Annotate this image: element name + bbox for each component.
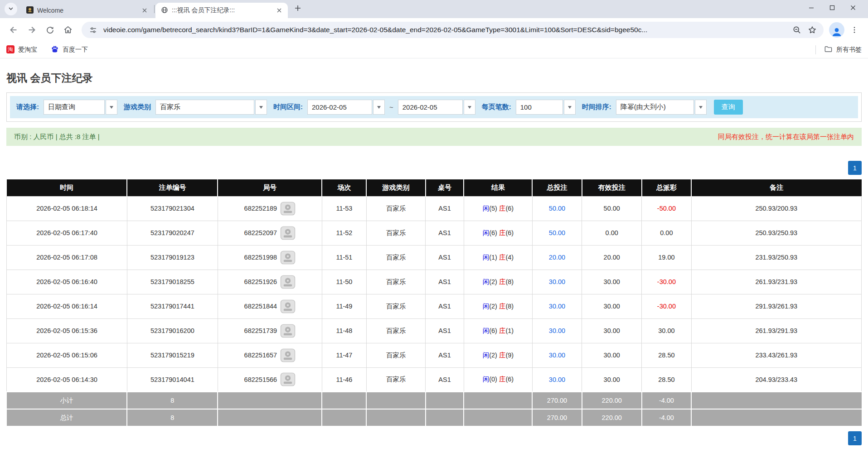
column-header: 时间 <box>7 179 127 196</box>
video-replay-button[interactable] <box>280 299 296 313</box>
bookmarks-divider <box>815 45 816 54</box>
video-replay-button[interactable] <box>280 251 296 265</box>
all-bookmarks-button[interactable]: 所有书签 <box>815 45 862 55</box>
cell-session: 11-50 <box>322 270 366 294</box>
bookmark-taobao[interactable]: 淘 爱淘宝 <box>6 45 37 55</box>
cell-game-kind: 百家乐 <box>366 270 425 294</box>
profile-avatar[interactable] <box>829 22 844 38</box>
window-maximize-button[interactable] <box>822 0 843 15</box>
cell-remark: 250.93/250.93 <box>691 221 861 245</box>
tab-close-icon[interactable] <box>141 6 149 14</box>
summary-empty <box>691 409 861 426</box>
round-number: 682252097 <box>244 229 277 236</box>
summary-count: 8 <box>127 392 218 409</box>
forward-button[interactable] <box>24 22 40 38</box>
cell-bet-id: 523179021304 <box>127 196 218 221</box>
game-kind-select[interactable]: 百家乐 <box>155 100 267 115</box>
cell-total-bet: 50.00 <box>532 221 582 245</box>
column-header: 桌号 <box>426 179 464 196</box>
summary-count: 8 <box>127 409 218 426</box>
video-replay-button[interactable] <box>280 226 296 240</box>
cell-round: 682251926 <box>218 270 322 294</box>
result-count: (0) <box>489 376 499 383</box>
cell-table-no: AS1 <box>426 294 464 318</box>
tab-close-icon[interactable] <box>275 6 283 14</box>
cell-remark: 291.93/261.93 <box>691 294 861 318</box>
video-replay-button[interactable] <box>280 275 296 289</box>
cell-session: 11-53 <box>322 196 366 221</box>
cell-remark: 261.93/231.93 <box>691 270 861 294</box>
result-player: 闲 <box>483 352 490 359</box>
cell-valid-bet: 30.00 <box>582 294 642 318</box>
video-replay-button[interactable] <box>280 372 296 386</box>
table-header-row: 时间注单编号局号场次游戏类别桌号结果总投注有效投注总派彩备注 <box>7 179 862 196</box>
table-row: 2026-02-05 06:14:30523179014041682251566… <box>7 367 862 392</box>
summary-info-bar: 币别 : 人民币 | 总共 :8 注单 | 同局有效投注，统一计算在该局第一张注… <box>6 128 862 146</box>
window-minimize-button[interactable] <box>801 0 822 15</box>
result-count: (6) <box>505 229 514 236</box>
svg-text:淘: 淘 <box>8 47 13 52</box>
tab-search-button[interactable] <box>5 3 17 15</box>
cell-valid-bet: 20.00 <box>582 245 642 270</box>
home-button[interactable] <box>60 22 76 38</box>
tab-welcome[interactable]: Welcome <box>21 3 153 18</box>
date-end-select[interactable]: 2026-02-05 <box>398 100 475 115</box>
table-body: 2026-02-05 06:18:14523179021304682252189… <box>7 196 862 392</box>
dropdown-arrow-icon[interactable] <box>695 100 707 115</box>
page-1-button[interactable]: 1 <box>848 161 862 175</box>
cell-payout: 28.50 <box>642 367 691 392</box>
cell-time: 2026-02-05 06:16:40 <box>7 270 127 294</box>
summary-empty <box>426 392 464 409</box>
address-bar[interactable]: videoie.com/game/betrecord_search/kind3?… <box>82 22 824 38</box>
window-close-button[interactable] <box>843 0 863 15</box>
page-1-button[interactable]: 1 <box>848 431 862 445</box>
sort-select[interactable]: 降幂(由大到小) <box>616 100 707 115</box>
cell-game-kind: 百家乐 <box>366 343 425 367</box>
time-range-label: 时间区间: <box>273 103 303 111</box>
summary-payout: -4.00 <box>642 409 691 426</box>
dropdown-arrow-icon[interactable] <box>255 100 267 115</box>
summary-valid-bet: 220.00 <box>582 409 642 426</box>
search-button[interactable]: 查询 <box>714 100 743 115</box>
dropdown-arrow-icon[interactable] <box>106 100 117 115</box>
video-replay-button[interactable] <box>280 202 296 216</box>
cell-table-no: AS1 <box>426 196 464 221</box>
browser-menu-button[interactable] <box>846 22 863 38</box>
result-count: (2) <box>489 303 499 310</box>
query-type-select[interactable]: 日期查询 <box>44 100 117 115</box>
date-start-select[interactable]: 2026-02-05 <box>307 100 385 115</box>
cell-game-kind: 百家乐 <box>366 294 425 318</box>
cell-valid-bet: 30.00 <box>582 343 642 367</box>
cell-remark: 250.93/200.93 <box>691 196 861 221</box>
dropdown-arrow-icon[interactable] <box>373 100 385 115</box>
cell-total-bet: 30.00 <box>532 270 582 294</box>
zoom-out-icon[interactable] <box>792 25 802 35</box>
summary-label: 小计 <box>7 392 127 409</box>
result-player: 闲 <box>483 229 490 236</box>
video-replay-button[interactable] <box>280 348 296 362</box>
reload-button[interactable] <box>42 22 58 38</box>
bookmark-label: 百度一下 <box>63 46 88 54</box>
dropdown-arrow-icon[interactable] <box>464 100 475 115</box>
result-player: 闲 <box>483 205 490 212</box>
globe-favicon-icon <box>161 6 168 15</box>
cell-table-no: AS1 <box>426 245 464 270</box>
tab-strip: Welcome :::视讯 会员下注纪录::: <box>0 0 868 18</box>
back-button[interactable] <box>5 22 22 38</box>
column-header: 游戏类别 <box>366 179 425 196</box>
bookmark-baidu[interactable]: 百度一下 <box>51 45 88 55</box>
bookmark-star-icon[interactable] <box>807 25 817 35</box>
url-text[interactable]: videoie.com/game/betrecord_search/kind3?… <box>103 26 786 34</box>
site-settings-tune-icon[interactable] <box>88 25 98 35</box>
game-kind-label: 游戏类别 <box>124 103 151 111</box>
cell-bet-id: 523179020247 <box>127 221 218 245</box>
dropdown-arrow-icon[interactable] <box>564 100 576 115</box>
new-tab-button[interactable] <box>291 3 304 15</box>
tab-bet-record[interactable]: :::视讯 会员下注纪录::: <box>155 3 288 18</box>
page-size-select[interactable]: 100 <box>516 100 576 115</box>
video-replay-button[interactable] <box>280 324 296 338</box>
cell-game-kind: 百家乐 <box>366 196 425 221</box>
result-count: (1) <box>489 254 499 261</box>
cell-game-kind: 百家乐 <box>366 318 425 343</box>
plus-icon <box>295 5 301 13</box>
